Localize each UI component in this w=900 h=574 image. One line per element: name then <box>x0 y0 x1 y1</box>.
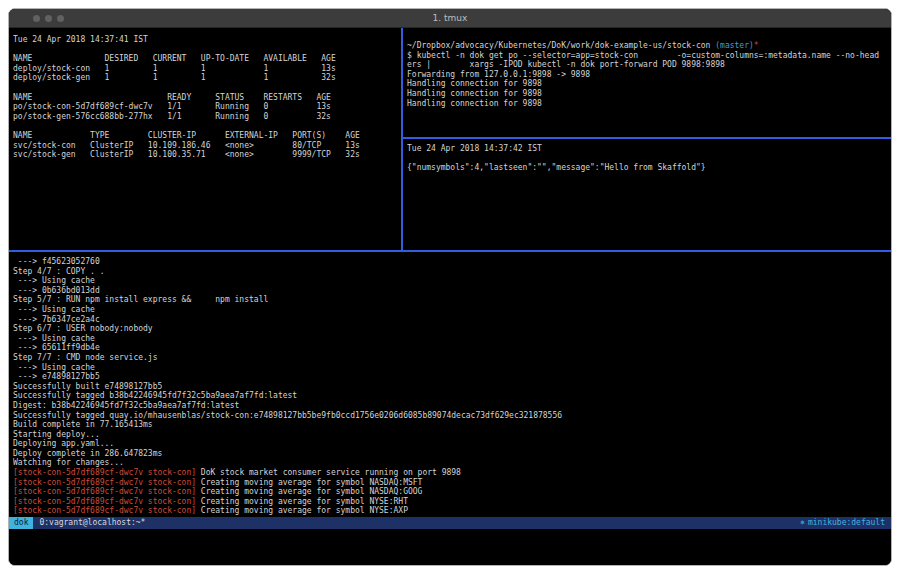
services-rows: svc/stock-con ClusterIP 10.109.186.46 <n… <box>13 141 401 160</box>
build-log-line: Build complete in 77.165413ms <box>13 420 891 430</box>
deployments-header: NAME DESIRED CURRENT UP-TO-DATE AVAILABL… <box>13 54 401 64</box>
build-log-line: Digest: b38b42246945fd7f32c5ba9aea7af7fd… <box>13 401 891 411</box>
pod-log-prefix: [stock-con-5d7df689cf-dwc7v stock-con] <box>13 478 196 487</box>
pane-kubectl-resources[interactable]: Tue 24 Apr 2018 14:37:41 IST NAME DESIRE… <box>9 28 401 250</box>
pod-log-line: [stock-con-5d7df689cf-dwc7v stock-con] D… <box>13 468 891 478</box>
pod-row: po/stock-con-5d7df689cf-dwc7v 1/1 Runnin… <box>13 102 401 112</box>
window-controls <box>33 15 64 22</box>
build-log-line: Successfully tagged quay.io/mhausenblas/… <box>13 411 891 421</box>
build-log-line: ---> e74898127bb5 <box>13 372 891 382</box>
build-log-line: ---> f45623052760 <box>13 257 891 267</box>
session-name-chip[interactable]: dok <box>9 517 33 529</box>
pod-log-prefix: [stock-con-5d7df689cf-dwc7v stock-con] <box>13 468 196 477</box>
build-log-line: Step 6/7 : USER nobody:nobody <box>13 324 891 334</box>
window-minimize-button[interactable] <box>45 15 52 22</box>
pane-service-response[interactable]: Tue 24 Apr 2018 14:37:42 IST {"numsymbol… <box>403 139 891 250</box>
blank-line <box>13 121 401 131</box>
window-close-button[interactable] <box>33 15 40 22</box>
pod-log-message: Creating moving average for symbol NASDA… <box>196 478 422 487</box>
pane-port-forward[interactable]: ~/Dropbox/advocacy/Kubernetes/DoK/work/d… <box>403 28 891 137</box>
build-log-line: Successfully tagged b38b42246945fd7f32c5… <box>13 391 891 401</box>
build-log-line: ---> Using cache <box>13 363 891 373</box>
build-log-line: Deploy complete in 286.647823ms <box>13 449 891 459</box>
build-log-line: ---> Using cache <box>13 334 891 344</box>
build-log-line: Step 7/7 : CMD node service.js <box>13 353 891 363</box>
json-response: {"numsymbols":4,"lastseen":"","message":… <box>407 163 891 173</box>
blank-line <box>13 45 401 55</box>
handling-line: Handling connection for 9898 <box>407 89 891 99</box>
build-log-line: Step 5/7 : RUN npm install express && np… <box>13 295 891 305</box>
window-list-item[interactable]: 0:vagrant@localhost:~* <box>33 517 145 529</box>
pods-header: NAME READY STATUS RESTARTS AGE <box>13 93 401 103</box>
build-log: ---> f45623052760Step 4/7 : COPY . . ---… <box>13 257 891 468</box>
handling-lines: Handling connection for 9898Handling con… <box>407 79 891 108</box>
tmux-session: Tue 24 Apr 2018 14:37:41 IST NAME DESIRE… <box>9 28 891 565</box>
build-log-line: ---> 65611ff9db4e <box>13 343 891 353</box>
build-log-line: Step 4/7 : COPY . . <box>13 267 891 277</box>
deployment-row: deploy/stock-con 1 1 1 1 13s <box>13 64 401 74</box>
deployments-rows: deploy/stock-con 1 1 1 1 13sdeploy/stock… <box>13 64 401 83</box>
build-log-line: Deploying app.yaml... <box>13 439 891 449</box>
pod-log-line: [stock-con-5d7df689cf-dwc7v stock-con] C… <box>13 478 891 488</box>
window-zoom-button[interactable] <box>57 15 64 22</box>
build-log-line: Successfully built e74898127bb5 <box>13 382 891 392</box>
pod-log-prefix: [stock-con-5d7df689cf-dwc7v stock-con] <box>13 487 196 496</box>
window-titlebar[interactable]: 1. tmux <box>9 9 891 28</box>
pods-rows: po/stock-con-5d7df689cf-dwc7v 1/1 Runnin… <box>13 102 401 121</box>
pod-log-message: Creating moving average for symbol NASDA… <box>196 487 422 496</box>
timestamp: Tue 24 Apr 2018 14:37:41 IST <box>13 35 401 45</box>
services-header: NAME TYPE CLUSTER-IP EXTERNAL-IP PORT(S)… <box>13 131 401 141</box>
pod-log-message: DoK stock market consumer service runnin… <box>196 468 461 477</box>
service-row: svc/stock-con ClusterIP 10.109.186.46 <n… <box>13 141 401 151</box>
build-log-line: ---> 7b6347ce2a4c <box>13 315 891 325</box>
pod-log-prefix: [stock-con-5d7df689cf-dwc7v stock-con] <box>13 506 196 515</box>
build-log-line: ---> 0b636bd013dd <box>13 286 891 296</box>
timestamp: Tue 24 Apr 2018 14:37:42 IST <box>407 144 891 154</box>
pane-skaffold-log[interactable]: ---> f45623052760Step 4/7 : COPY . . ---… <box>9 252 891 517</box>
build-log-line: ---> Using cache <box>13 276 891 286</box>
kube-context-status: ⎈minikube:default <box>800 517 891 529</box>
git-dirty-flag: * <box>754 41 759 50</box>
handling-line: Handling connection for 9898 <box>407 79 891 89</box>
deployment-row: deploy/stock-gen 1 1 1 1 32s <box>13 73 401 83</box>
blank-line <box>407 154 891 164</box>
pod-log: [stock-con-5d7df689cf-dwc7v stock-con] D… <box>13 468 891 516</box>
tmux-status-bar: dok 0:vagrant@localhost:~* ⎈minikube:def… <box>9 517 891 529</box>
pod-log-line: [stock-con-5d7df689cf-dwc7v stock-con] C… <box>13 506 891 516</box>
shell-prompt-path: ~/Dropbox/advocacy/Kubernetes/DoK/work/d… <box>407 41 891 51</box>
build-log-line: Watching for changes... <box>13 458 891 468</box>
forwarding-line: Forwarding from 127.0.0.1:9898 -> 9898 <box>407 70 891 80</box>
kube-context-label: minikube:default <box>808 518 885 527</box>
cwd-text: ~/Dropbox/advocacy/Kubernetes/DoK/work/d… <box>407 41 715 50</box>
blank-line <box>13 83 401 93</box>
pod-log-prefix: [stock-con-5d7df689cf-dwc7v stock-con] <box>13 497 196 506</box>
handling-line: Handling connection for 9898 <box>407 99 891 109</box>
pod-log-message: Creating moving average for symbol NYSE:… <box>196 506 408 515</box>
terminal-window: 1. tmux Tue 24 Apr 2018 14:37:41 IST NAM… <box>8 8 892 566</box>
build-log-line: ---> Using cache <box>13 305 891 315</box>
kubernetes-icon: ⎈ <box>800 518 805 527</box>
service-row: svc/stock-gen ClusterIP 10.100.35.71 <no… <box>13 150 401 160</box>
build-log-line: Starting deploy... <box>13 430 891 440</box>
window-title: 1. tmux <box>9 9 891 28</box>
pod-log-line: [stock-con-5d7df689cf-dwc7v stock-con] C… <box>13 497 891 507</box>
git-branch-label: (master) <box>715 41 754 50</box>
pod-log-message: Creating moving average for symbol NYSE:… <box>196 497 408 506</box>
command-line-1: $ kubectl -n dok get po --selector=app=s… <box>407 51 891 61</box>
pod-row: po/stock-gen-576cc688bb-277hx 1/1 Runnin… <box>13 112 401 122</box>
command-line-2: ers | xargs -IPOD kubectl -n dok port-fo… <box>407 60 891 70</box>
pod-log-line: [stock-con-5d7df689cf-dwc7v stock-con] C… <box>13 487 891 497</box>
